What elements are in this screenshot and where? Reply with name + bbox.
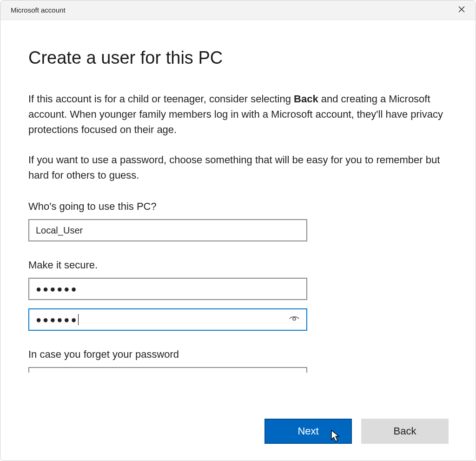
- footer-buttons: Next Back: [264, 419, 449, 444]
- para1-bold: Back: [294, 93, 318, 105]
- password-section-label: Make it secure.: [28, 259, 448, 271]
- close-icon: [458, 6, 465, 14]
- security-question-label: In case you forget your password: [28, 348, 448, 361]
- confirm-password-input[interactable]: ●●●●●●: [28, 308, 307, 331]
- close-button[interactable]: [454, 3, 469, 18]
- text-caret: [78, 314, 79, 325]
- svg-point-2: [293, 318, 296, 321]
- window-title: Microsoft account: [11, 6, 66, 14]
- info-paragraph-1: If this account is for a child or teenag…: [28, 91, 448, 137]
- confirm-password-mask: ●●●●●●: [36, 314, 78, 325]
- username-input[interactable]: Local_User: [28, 219, 307, 241]
- back-button[interactable]: Back: [361, 419, 449, 444]
- next-button-label: Next: [298, 425, 318, 437]
- username-value: Local_User: [36, 225, 83, 236]
- next-button[interactable]: Next: [264, 419, 352, 444]
- page-heading: Create a user for this PC: [28, 48, 448, 68]
- username-label: Who's going to use this PC?: [28, 200, 448, 213]
- back-button-label: Back: [394, 425, 416, 437]
- mouse-cursor-icon: [331, 430, 341, 446]
- info-paragraph-2: If you want to use a password, choose so…: [28, 152, 448, 183]
- password-input[interactable]: ●●●●●●: [28, 278, 307, 300]
- dialog-window: Microsoft account Create a user for this…: [0, 0, 476, 461]
- password-reveal-icon[interactable]: [289, 313, 300, 327]
- password-mask: ●●●●●●: [36, 284, 78, 294]
- titlebar: Microsoft account: [0, 0, 476, 20]
- content-area: Create a user for this PC If this accoun…: [0, 20, 476, 373]
- security-question-dropdown[interactable]: [28, 367, 307, 373]
- para1-pre: If this account is for a child or teenag…: [28, 93, 294, 105]
